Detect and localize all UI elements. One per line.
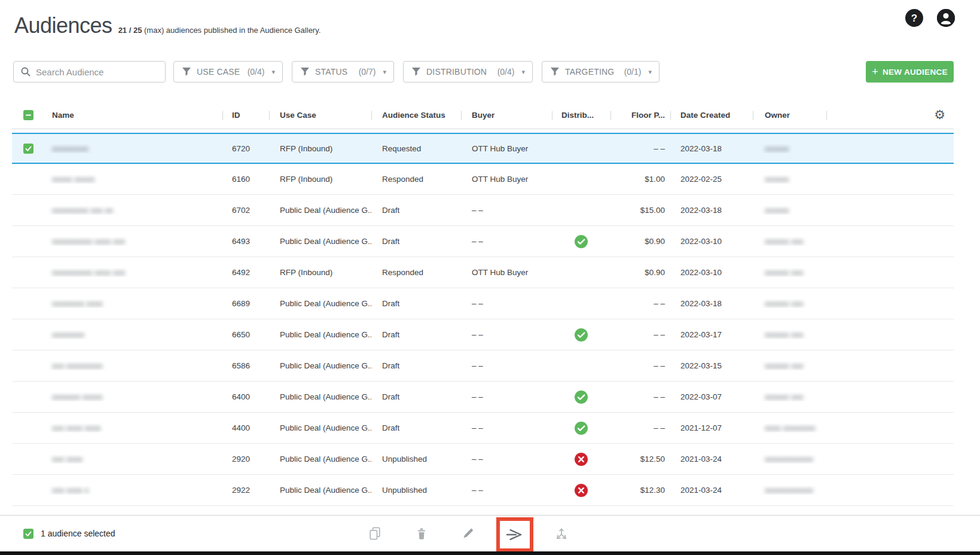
filter-dropdown-distribution[interactable]: DISTRIBUTION (0/4) ▾ — [403, 61, 533, 83]
audience-id: 2922 — [222, 486, 269, 495]
use-case: Public Deal (Audience G... — [269, 206, 371, 215]
column-header-id[interactable]: ID — [222, 102, 269, 129]
filter-dropdown-targeting[interactable]: TARGETING (0/1) ▾ — [542, 61, 660, 83]
buyer: – – — [461, 361, 552, 370]
owner-redacted: xxxxxx xxx — [765, 268, 804, 277]
use-case: Public Deal (Audience G... — [269, 299, 371, 308]
audience-name-redacted: xxxxxxxxx — [52, 144, 88, 153]
date-created: 2022-03-10 — [670, 268, 753, 277]
floor-price: $15.00 — [610, 206, 670, 215]
audience-id: 2920 — [222, 455, 269, 463]
table-row[interactable]: xxx xxxx x 2922 Public Deal (Audience G.… — [12, 475, 954, 506]
table-row[interactable]: xxxxxxxxxx xxxx xxx 6492 RFP (Inbound) R… — [12, 257, 954, 288]
buyer: – – — [461, 206, 552, 215]
selection-count-text: 1 audience selected — [41, 529, 115, 538]
table-row[interactable]: xxxxxxxxx xxx xx 6702 Public Deal (Audie… — [12, 195, 954, 226]
account-button[interactable] — [937, 9, 955, 27]
audience-name-redacted: xxxxxxxx xxxx — [52, 299, 103, 308]
action-slot-edit — [445, 516, 491, 551]
table-row[interactable]: xxxxxxxx 6650 Public Deal (Audience G...… — [12, 319, 954, 350]
distribution-approved-icon — [575, 391, 588, 404]
date-created: 2022-03-10 — [670, 237, 753, 246]
floor-price: $12.50 — [610, 455, 670, 463]
floor-price: $1.00 — [610, 175, 670, 184]
table-row[interactable]: xxxxxxx xxxxx 6400 Public Deal (Audience… — [12, 382, 954, 413]
person-icon — [937, 9, 955, 27]
funnel-icon — [301, 68, 309, 76]
chevron-down-icon: ▾ — [271, 68, 275, 76]
audience-id: 6720 — [222, 144, 269, 153]
owner-redacted: xxxxxx — [765, 175, 789, 184]
audience-status: Draft — [371, 423, 461, 432]
date-created: 2022-03-18 — [670, 206, 753, 215]
send-button[interactable] — [506, 527, 524, 542]
floor-price: – – — [610, 361, 670, 370]
use-case: Public Deal (Audience G... — [269, 423, 371, 432]
filter-dropdown-status[interactable]: STATUS (0/7) ▾ — [292, 61, 394, 83]
action-highlight-box — [496, 517, 533, 552]
column-header-audience-status[interactable]: Audience Status — [371, 102, 461, 129]
question-mark-icon: ? — [911, 13, 917, 23]
action-slot-distribute — [538, 516, 585, 551]
audience-name-redacted: xxxxxxxxx xxx xx — [52, 206, 113, 215]
distribute-button[interactable] — [554, 526, 569, 541]
audience-name-redacted: xxxxxxxxxx xxxx xxx — [52, 268, 125, 277]
table-row[interactable]: xxxxxxxxxx xxxx xxx 6493 Public Deal (Au… — [12, 226, 954, 257]
send-icon — [506, 527, 524, 542]
column-header-use-case[interactable]: Use Case — [269, 102, 371, 129]
help-button[interactable]: ? — [905, 9, 923, 27]
selection-checkbox[interactable] — [23, 529, 33, 539]
column-settings-gear-icon[interactable]: ⚙ — [934, 109, 945, 121]
column-header-date-created[interactable]: Date Created — [670, 102, 753, 129]
chevron-down-icon: ▾ — [648, 68, 652, 76]
column-header-name[interactable]: Name — [45, 102, 222, 129]
use-case: Public Deal (Audience G... — [269, 392, 371, 401]
action-slot-delete — [398, 516, 445, 551]
table-row[interactable]: xxx xxxxxxxxx 6586 Public Deal (Audience… — [12, 350, 954, 382]
audience-id: 6586 — [222, 361, 269, 370]
floor-price: $0.90 — [610, 237, 670, 246]
trash-icon — [414, 526, 429, 541]
edit-button[interactable] — [461, 526, 475, 541]
delete-button[interactable] — [414, 526, 429, 541]
check-icon — [25, 530, 32, 538]
table-row[interactable]: xxx xxxx 2920 Public Deal (Audience G...… — [12, 444, 954, 475]
column-header-buyer[interactable]: Buyer — [461, 102, 552, 129]
audience-status: Responded — [371, 268, 461, 277]
column-header-floor-price[interactable]: Floor P... — [610, 102, 670, 129]
search-input[interactable] — [36, 67, 159, 77]
table-row[interactable]: xxxxxxxxx 6720 RFP (Inbound) Requested O… — [12, 133, 954, 164]
row-checkbox[interactable] — [23, 144, 33, 154]
audience-status: Responded — [371, 175, 461, 184]
distribution-rejected-icon — [575, 453, 588, 466]
page-subtitle: 21 / 25 (max) audiences published in the… — [118, 26, 321, 35]
use-case: RFP (Inbound) — [269, 268, 371, 277]
table-row[interactable]: xxxxxxxx xxxx 6689 Public Deal (Audience… — [12, 288, 954, 319]
filter-count: (0/4) — [497, 67, 515, 77]
copy-button[interactable] — [367, 526, 383, 541]
select-all-checkbox[interactable] — [23, 110, 33, 120]
search-box[interactable] — [13, 61, 166, 83]
date-created: 2022-03-18 — [670, 144, 753, 153]
use-case: Public Deal (Audience G... — [269, 330, 371, 339]
filter-label: TARGETING — [565, 67, 614, 77]
buyer: OTT Hub Buyer — [461, 268, 552, 277]
column-header-owner[interactable]: Owner — [753, 102, 826, 129]
pencil-icon — [461, 526, 475, 541]
audience-id: 6492 — [222, 268, 269, 277]
audience-id: 6650 — [222, 330, 269, 339]
audience-name-redacted: xxx xxxx x — [52, 486, 89, 495]
column-header-distribution[interactable]: Distrib... — [552, 102, 610, 129]
subtitle-text: (max) audiences published in the Audienc… — [144, 26, 320, 35]
filter-dropdown-use-case[interactable]: USE CASE (0/4) ▾ — [173, 61, 283, 83]
indeterminate-icon — [25, 112, 32, 118]
new-audience-label: NEW AUDIENCE — [883, 68, 948, 77]
bulk-action-bar: 1 audience selected — [0, 515, 980, 551]
filter-label: USE CASE — [197, 67, 240, 77]
audience-status: Draft — [371, 237, 461, 246]
table-row[interactable]: xxxxx xxxxx 6160 RFP (Inbound) Responded… — [12, 164, 954, 195]
filter-label: STATUS — [315, 67, 347, 77]
table-row[interactable]: xxx xxxx xxxx 4400 Public Deal (Audience… — [12, 413, 954, 444]
page-header: Audiences 21 / 25 (max) audiences publis… — [14, 13, 320, 38]
new-audience-button[interactable]: + NEW AUDIENCE — [866, 61, 954, 83]
